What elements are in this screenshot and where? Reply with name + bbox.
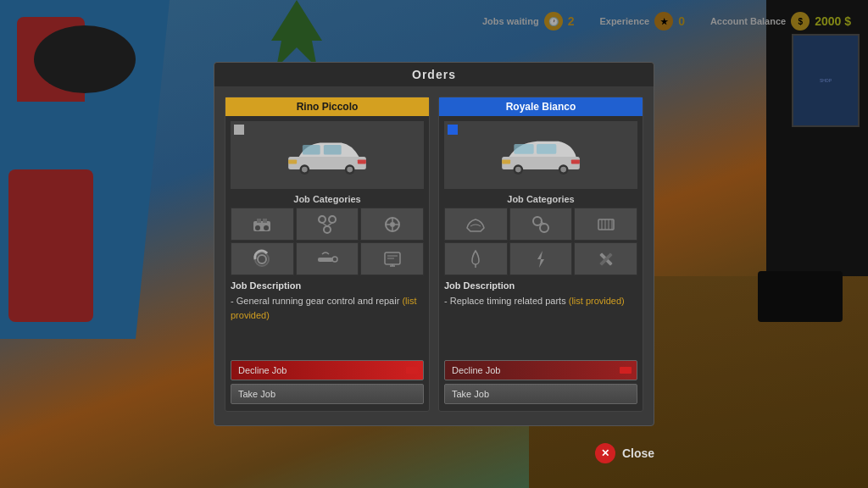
svg-point-38: [515, 167, 521, 173]
svg-point-12: [255, 225, 260, 230]
svg-point-13: [264, 225, 269, 230]
car-silhouette-0: [285, 134, 370, 176]
tools-icon: [594, 247, 618, 271]
svg-point-43: [533, 217, 542, 225]
job-categories-grid-0: [231, 208, 424, 275]
cat-cell-1-1: [509, 208, 573, 241]
car-silhouette-1: [498, 134, 583, 176]
decline-job-button-0[interactable]: Decline Job: [231, 360, 424, 380]
svg-rect-10: [257, 219, 261, 223]
modal-overlay: Orders Rino Piccolo: [0, 0, 868, 488]
svg-rect-42: [571, 159, 580, 164]
car-name-1: Royale Bianco: [439, 97, 643, 116]
car-image-area-1: [444, 121, 637, 189]
svg-line-17: [322, 223, 327, 226]
dialog-title: Orders: [214, 63, 654, 86]
electrical-icon: [529, 247, 553, 271]
orders-body: Rino Piccolo: [214, 97, 654, 412]
cooling-icon: [594, 213, 618, 236]
job-desc-highlight-1: (list provided): [569, 296, 625, 306]
order-card-1: Royale Bianco: [438, 97, 643, 412]
timing-icon: [529, 213, 553, 236]
cat-cell-1-5: [574, 242, 637, 275]
svg-point-20: [390, 222, 395, 227]
transmission-icon: [315, 213, 339, 236]
cat-cell-1-2: [574, 208, 637, 241]
cat-cell-0-5: [360, 242, 424, 275]
svg-rect-7: [288, 159, 297, 164]
order-buttons-0: Decline Job Take Job: [231, 360, 424, 404]
close-icon: ✕: [595, 443, 615, 463]
cat-cell-0-2: [360, 208, 424, 241]
svg-line-18: [327, 223, 332, 226]
job-desc-area-1: Job Description - Replace timing related…: [444, 280, 637, 348]
svg-point-15: [329, 216, 336, 223]
svg-rect-0: [288, 157, 366, 169]
svg-point-4: [302, 167, 308, 173]
svg-rect-8: [358, 159, 366, 164]
svg-rect-34: [502, 157, 580, 169]
svg-point-26: [258, 255, 266, 263]
svg-rect-27: [318, 258, 333, 262]
cat-cell-0-0: [231, 208, 294, 241]
svg-point-16: [324, 226, 331, 233]
svg-point-44: [540, 224, 548, 232]
order-buttons-1: Decline Job Take Job: [444, 360, 637, 404]
diagnostics-icon: [381, 247, 404, 271]
car-color-dot-0: [234, 125, 244, 135]
svg-point-14: [319, 216, 326, 223]
dialog-wrapper: Orders Rino Piccolo: [214, 62, 654, 426]
job-desc-text-1: - Replace timing related parts (list pro…: [444, 294, 637, 308]
body-icon: [464, 213, 487, 236]
engine-icon: [250, 213, 274, 236]
svg-rect-2: [324, 145, 342, 155]
order-card-0: Rino Piccolo: [225, 97, 430, 412]
svg-rect-36: [537, 144, 556, 154]
cat-cell-0-4: [296, 242, 359, 275]
cat-cell-1-0: [444, 208, 508, 241]
exhaust-icon: [315, 247, 339, 271]
svg-point-6: [347, 167, 353, 173]
job-desc-text-0: - General running gear control and repai…: [231, 294, 424, 322]
svg-rect-46: [598, 219, 614, 230]
job-desc-title-1: Job Description: [444, 280, 637, 291]
job-categories-label-0: Job Categories: [225, 194, 429, 204]
cat-cell-0-3: [231, 242, 294, 275]
svg-rect-11: [263, 219, 267, 223]
car-name-0: Rino Piccolo: [225, 97, 429, 116]
cat-cell-1-3: [444, 242, 508, 275]
close-button[interactable]: ✕ Close: [595, 443, 654, 463]
car-color-dot-1: [448, 125, 458, 135]
job-desc-title-0: Job Description: [231, 280, 424, 291]
job-desc-area-0: Job Description - General running gear c…: [231, 280, 424, 348]
decline-job-button-1[interactable]: Decline Job: [444, 360, 637, 380]
oil-icon: [464, 247, 487, 271]
svg-rect-41: [502, 159, 510, 164]
take-job-button-0[interactable]: Take Job: [231, 384, 424, 404]
cat-cell-0-1: [296, 208, 359, 241]
close-label: Close: [622, 446, 654, 460]
orders-dialog: Orders Rino Piccolo: [214, 62, 654, 426]
job-categories-label-1: Job Categories: [439, 194, 643, 204]
car-image-area-0: [231, 121, 424, 189]
brake-icon: [250, 247, 274, 271]
take-job-button-1[interactable]: Take Job: [444, 384, 637, 404]
suspension-icon: [381, 213, 404, 236]
svg-point-40: [560, 167, 566, 173]
job-categories-grid-1: [444, 208, 637, 275]
svg-rect-35: [514, 144, 533, 154]
svg-rect-1: [303, 145, 320, 155]
cat-cell-1-4: [509, 242, 573, 275]
